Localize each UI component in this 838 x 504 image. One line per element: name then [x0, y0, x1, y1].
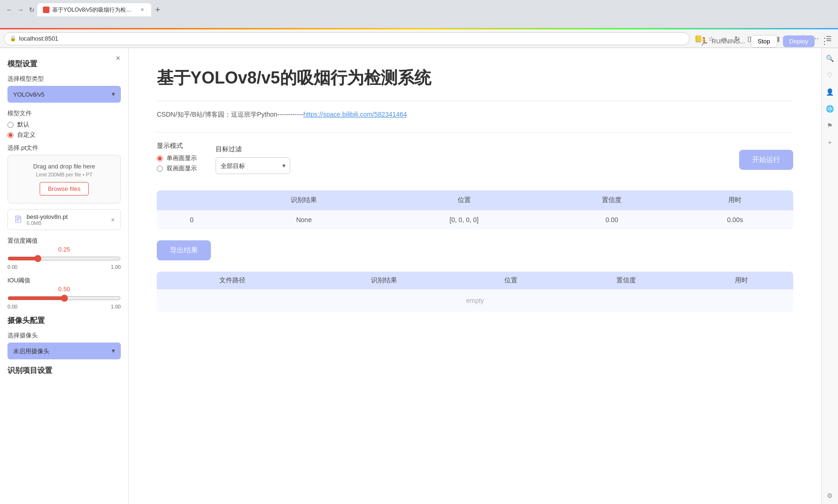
results-table-header-row: 识别结果 位置 置信度 用时 [157, 190, 793, 210]
reload-button[interactable]: ↻ [26, 4, 37, 15]
filter-label: 目标过滤 [216, 145, 290, 154]
address-bar[interactable]: 🔒 localhost:8501 [4, 32, 690, 45]
tab-close-button[interactable]: × [139, 7, 146, 13]
iou-slider-container [7, 294, 121, 304]
radio-single-label: 单画面显示 [167, 154, 197, 162]
right-icon-settings1[interactable]: ⚙ [824, 490, 836, 501]
iou-label: IOU阈值 [7, 276, 121, 285]
radio-single-input[interactable] [157, 155, 163, 161]
page-title: 基于YOLOv8/v5的吸烟行为检测系统 [157, 67, 793, 90]
back-button[interactable]: ← [4, 4, 15, 15]
export-col-time: 用时 [690, 272, 793, 289]
forward-button[interactable]: → [15, 4, 26, 15]
filter-section: 目标过滤 全部目标 ▼ [216, 145, 290, 174]
subtitle-text: CSDN/知乎/B站/博客园：逗逗班学Python------------htt… [157, 111, 793, 119]
radio-default-input[interactable] [7, 122, 14, 128]
confidence-value: 0.25 [7, 246, 121, 253]
stop-button[interactable]: Stop [751, 35, 777, 48]
results-col-position: 位置 [381, 190, 547, 210]
file-icon: 🖹 [14, 214, 23, 225]
iou-value: 0.50 [7, 286, 121, 293]
browse-files-button[interactable]: Browse files [40, 182, 88, 196]
iou-slider[interactable] [7, 294, 121, 302]
model-type-label: 选择模型类型 [7, 75, 121, 83]
radio-custom-item[interactable]: 自定义 [7, 131, 121, 139]
file-remove-button[interactable]: × [111, 216, 115, 224]
radio-dual-item[interactable]: 双画面显示 [157, 164, 197, 173]
export-col-position: 位置 [460, 272, 563, 289]
export-empty-row: empty [157, 289, 793, 312]
address-url: localhost:8501 [19, 35, 58, 42]
run-button[interactable]: 开始运行 [739, 150, 793, 170]
deploy-button[interactable]: Deploy [783, 35, 815, 47]
display-mode-label: 显示模式 [157, 142, 197, 150]
results-col-time: 用时 [677, 190, 793, 210]
results-col-result: 识别结果 [227, 190, 381, 210]
file-upload-area[interactable]: Drag and drop file here Limit 200MB per … [7, 155, 121, 203]
right-icon-plus[interactable]: + [824, 137, 836, 148]
export-col-result: 识别结果 [308, 272, 459, 289]
right-icon-user[interactable]: 👤 [824, 86, 836, 98]
results-col-confidence: 置信度 [547, 190, 677, 210]
filter-select[interactable]: 全部目标 [216, 157, 290, 174]
iou-slider-section: IOU阈值 0.50 0.00 1.00 [7, 276, 121, 309]
main-content: 基于YOLOv8/v5的吸烟行为检测系统 CSDN/知乎/B站/博客园：逗逗班学… [129, 48, 821, 504]
radio-single-item[interactable]: 单画面显示 [157, 154, 197, 162]
model-type-select[interactable]: YOLOv8/v5 [7, 86, 121, 103]
file-info: best-yolov8n.pt 6.0MB [27, 213, 107, 226]
model-file-label: 模型文件 [7, 109, 121, 118]
subtitle-link[interactable]: https://space.bilibili.com/582341464 [303, 111, 407, 118]
radio-custom-input[interactable] [7, 132, 14, 138]
radio-default-label: 默认 [17, 120, 29, 129]
export-button[interactable]: 导出结果 [157, 240, 211, 260]
browser-tab[interactable]: 基于YOLOv8/v5的吸烟行为检测... × [37, 3, 151, 16]
results-table-container: 识别结果 位置 置信度 用时 0 None [0, 0, 0, 0] 0.00 … [157, 190, 793, 229]
new-tab-button[interactable]: + [151, 3, 164, 16]
title-divider [157, 101, 793, 101]
topbar-menu-button[interactable]: ⋮ [820, 36, 829, 46]
radio-dual-input[interactable] [157, 166, 163, 172]
limit-text: Limit 200MB per file • PT [15, 172, 113, 177]
display-mode-section: 显示模式 单画面显示 双画面显示 [157, 142, 197, 177]
running-label: RUNNING... [712, 38, 745, 45]
iou-range-labels: 0.00 1.00 [7, 304, 121, 309]
iou-max: 1.00 [111, 304, 121, 309]
result-confidence-0: 0.00 [547, 210, 677, 230]
confidence-slider-container [7, 255, 121, 264]
file-item: 🖹 best-yolov8n.pt 6.0MB × [7, 209, 121, 230]
camera-select[interactable]: 未启用摄像头 [7, 343, 121, 359]
right-icon-search[interactable]: 🔍 [824, 53, 836, 64]
right-icons-panel: 🔍 ♡ 👤 🌐 ⚑ + ⚙ ⚙ [821, 48, 838, 504]
lock-icon: 🔒 [10, 35, 16, 42]
confidence-slider[interactable] [7, 255, 121, 262]
camera-select-wrapper: 未启用摄像头 ▼ [7, 343, 121, 359]
export-col-confidence: 置信度 [563, 272, 690, 289]
camera-section-title: 摄像头配置 [7, 316, 121, 326]
radio-custom-label: 自定义 [17, 131, 35, 139]
sidebar: × 模型设置 选择模型类型 YOLOv8/v5 ▼ 模型文件 默认 自定义 选择… [0, 48, 129, 504]
result-result-0: None [227, 210, 381, 230]
export-table-header-row: 文件路径 识别结果 位置 置信度 用时 [157, 272, 793, 289]
table-row: 0 None [0, 0, 0, 0] 0.00 0.00s [157, 210, 793, 230]
export-table-container: 文件路径 识别结果 位置 置信度 用时 empty [157, 272, 793, 312]
right-icon-globe[interactable]: 🌐 [824, 103, 836, 114]
export-col-filepath: 文件路径 [157, 272, 308, 289]
confidence-max: 1.00 [111, 264, 121, 270]
result-index-0: 0 [157, 210, 227, 230]
running-badge: 🏃 RUNNING... [699, 37, 745, 46]
result-time-0: 0.00s [677, 210, 793, 230]
sidebar-close-button[interactable]: × [113, 54, 123, 63]
radio-default-item[interactable]: 默认 [7, 120, 121, 129]
controls-row: 显示模式 单画面显示 双画面显示 目标过滤 全部目标 [157, 142, 793, 177]
right-icon-bookmark[interactable]: ♡ [824, 70, 836, 81]
drag-text: Drag and drop file here [15, 163, 113, 170]
right-icon-flag[interactable]: ⚑ [824, 120, 836, 131]
controls-divider [157, 132, 793, 133]
model-type-select-wrapper: YOLOv8/v5 ▼ [7, 86, 121, 103]
radio-dual-label: 双画面显示 [167, 164, 197, 173]
display-mode-radio-group: 单画面显示 双画面显示 [157, 154, 197, 173]
file-size: 6.0MB [27, 220, 107, 226]
export-table: 文件路径 识别结果 位置 置信度 用时 empty [157, 272, 793, 312]
results-col-index [157, 190, 227, 210]
camera-label: 选择摄像头 [7, 331, 121, 340]
